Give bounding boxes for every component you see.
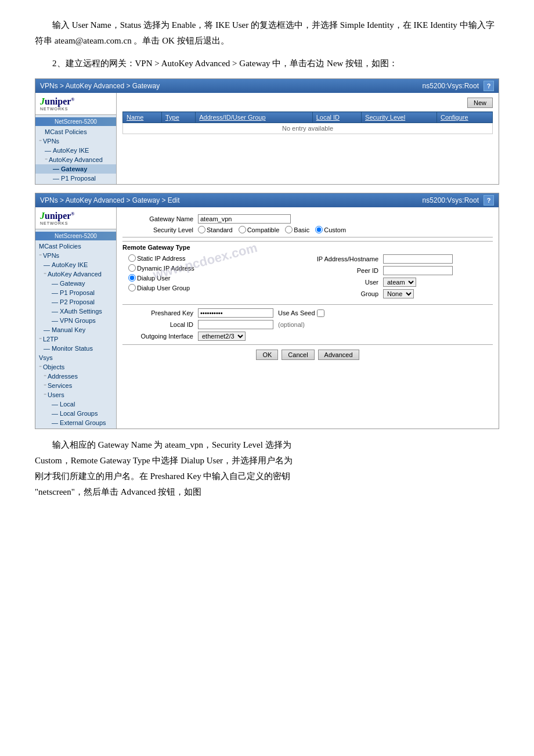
screen2-device-label: NetScreen-5200	[35, 232, 116, 240]
ip-hostname-input[interactable]	[383, 254, 453, 264]
s2-local[interactable]: — Local	[35, 399, 116, 409]
s2-local-groups[interactable]: — Local Groups	[35, 409, 116, 418]
local-id-optional: (optional)	[278, 321, 305, 328]
screen1-body: Juniper® NETWORKS NetScreen-5200 MCast P…	[35, 93, 499, 184]
peer-id-row: Peer ID	[308, 266, 493, 275]
peer-id-label: Peer ID	[308, 267, 383, 274]
screen1-logo: Juniper® NETWORKS	[35, 93, 116, 115]
screen1-new-btn-row: New	[122, 98, 493, 108]
advanced-button[interactable]: Advanced	[318, 350, 359, 360]
screen1-device-label: NetScreen-5200	[35, 117, 116, 126]
s2-autokey-ike[interactable]: — AutoKey IKE	[35, 260, 116, 269]
gt-left-col: Static IP Address Dynamic IP Address Dia…	[122, 252, 308, 301]
s2-users[interactable]: ⁻ Users	[35, 390, 116, 399]
sidebar-item-autokey-ike[interactable]: — AutoKey IKE	[35, 146, 116, 155]
screen2-sidebar-nav: MCast Policies ⁻ VPNs — AutoKey IKE ⁻ Au…	[35, 240, 116, 429]
col-type[interactable]: Type	[161, 112, 195, 123]
outgoing-interface-row: Outgoing Interface ethernet2/3	[122, 332, 493, 341]
s2-objects[interactable]: ⁻ Objects	[35, 362, 116, 372]
peer-id-input[interactable]	[383, 266, 453, 275]
screen2-juniper-logo: Juniper® NETWORKS	[40, 211, 74, 225]
radio-dialup-user-group[interactable]: Dialup User Group	[122, 284, 190, 291]
screen2-logo: Juniper® NETWORKS	[35, 207, 116, 229]
s2-mcast[interactable]: MCast Policies	[35, 242, 116, 251]
group-row: Group None	[308, 289, 493, 298]
group-select[interactable]: None	[383, 289, 414, 298]
s2-monitor[interactable]: — Monitor Status	[35, 344, 116, 353]
screen1-help-button[interactable]: ?	[484, 81, 494, 91]
dynamic-ip-row: Dynamic IP Address	[122, 264, 308, 272]
s2-vpngroups[interactable]: — VPN Groups	[35, 316, 116, 325]
group-label: Group	[308, 290, 383, 297]
s2-p2[interactable]: — P2 Proposal	[35, 297, 116, 307]
juniper-logo: Juniper® NETWORKS	[40, 96, 74, 111]
local-id-input[interactable]	[198, 320, 273, 329]
ok-button[interactable]: OK	[256, 350, 278, 360]
local-id-row: Local ID (optional)	[122, 320, 493, 329]
sidebar-item-gateway[interactable]: — Gateway	[35, 164, 116, 174]
screen2-body: Juniper® NETWORKS NetScreen-5200 MCast P…	[35, 207, 499, 429]
security-level-radios: Standard Compatible Basic Custom	[198, 226, 346, 233]
gateway-name-input[interactable]	[198, 214, 291, 224]
preshared-key-row: Preshared Key Use As Seed	[122, 308, 493, 318]
radio-dynamic-ip[interactable]: Dynamic IP Address	[122, 264, 194, 272]
screen2-path: VPNs > AutoKey Advanced > Gateway > Edit	[40, 196, 179, 204]
s2-external-groups[interactable]: — External Groups	[35, 418, 116, 427]
para3-line2: Custom，Remote Gateway Type 中选择 Dialup Us…	[35, 456, 293, 465]
screen1-topbar: VPNs > AutoKey Advanced > Gateway ns5200…	[35, 79, 499, 93]
radio-static-ip[interactable]: Static IP Address	[122, 254, 186, 262]
screen1-new-button[interactable]: New	[467, 98, 493, 108]
paragraph-3: 输入相应的 Gateway Name 为 ateam_vpn，Security …	[35, 437, 499, 500]
col-name[interactable]: Name	[123, 112, 162, 123]
remote-gateway-type-header: Remote Gateway Type	[122, 241, 493, 251]
sidebar-item-autokey-advanced[interactable]: ⁻ AutoKey Advanced	[35, 155, 116, 164]
screen2-help-button[interactable]: ?	[484, 195, 494, 206]
s2-services[interactable]: ⁻ Services	[35, 381, 116, 390]
screen1-sidebar: Juniper® NETWORKS NetScreen-5200 MCast P…	[35, 93, 117, 184]
col-configure[interactable]: Configure	[436, 112, 492, 123]
screenshot-1: VPNs > AutoKey Advanced > Gateway ns5200…	[35, 78, 499, 185]
cancel-button[interactable]: Cancel	[282, 350, 314, 360]
s2-addresses[interactable]: ⁻ Addresses	[35, 372, 116, 381]
divider-2	[122, 304, 493, 305]
s2-manualkey[interactable]: — Manual Key	[35, 325, 116, 334]
security-level-row: Security Level Standard Compatible Basic	[122, 226, 493, 233]
user-label: User	[308, 279, 383, 286]
sidebar-item-mcast[interactable]: MCast Policies	[35, 127, 116, 136]
s2-p1[interactable]: — P1 Proposal	[35, 288, 116, 297]
col-security-level[interactable]: Security Level	[362, 112, 437, 123]
col-local-id[interactable]: Local ID	[312, 112, 361, 123]
screen1-server: ns5200:Vsys:Root	[423, 82, 479, 90]
s2-l2tp[interactable]: ⁻ L2TP	[35, 334, 116, 344]
col-address[interactable]: Address/ID/User Group	[196, 112, 312, 123]
security-level-label: Security Level	[122, 226, 198, 233]
no-entry-row: No entry available	[123, 123, 493, 134]
radio-compatible[interactable]: Compatible	[239, 226, 280, 233]
screen1-main: New Name Type Address/ID/User Group Loca…	[117, 93, 499, 184]
s2-gateway[interactable]: — Gateway	[35, 279, 116, 288]
static-ip-row: Static IP Address	[122, 254, 308, 262]
preshared-key-input[interactable]	[198, 308, 273, 318]
s2-autokey-advanced[interactable]: ⁻ AutoKey Advanced	[35, 269, 116, 279]
dialup-user-row: Dialup User	[122, 274, 308, 282]
preshared-key-label: Preshared Key	[122, 309, 198, 316]
screen2-topbar: VPNs > AutoKey Advanced > Gateway > Edit…	[35, 193, 499, 207]
dialup-user-group-row: Dialup User Group	[122, 284, 308, 291]
screenshot-2: VPNs > AutoKey Advanced > Gateway > Edit…	[35, 193, 499, 429]
outgoing-interface-select[interactable]: ethernet2/3	[198, 332, 246, 341]
s2-xauth[interactable]: — XAuth Settings	[35, 307, 116, 316]
s2-vsys[interactable]: Vsys	[35, 353, 116, 362]
sidebar-item-p1proposal[interactable]: — P1 Proposal	[35, 174, 116, 183]
use-as-seed-checkbox[interactable]	[317, 309, 324, 317]
user-select[interactable]: ateam	[383, 278, 416, 287]
radio-basic[interactable]: Basic	[285, 226, 309, 233]
outgoing-interface-label: Outgoing Interface	[122, 333, 198, 340]
s2-vpns[interactable]: ⁻ VPNs	[35, 251, 116, 260]
paragraph-1: 输入 User Name，Status 选择为 Enable，将 IKE Use…	[35, 17, 499, 49]
radio-custom[interactable]: Custom	[315, 226, 346, 233]
radio-dialup-user[interactable]: Dialup User	[122, 274, 170, 282]
para3-line4: "netscreen"，然后单击 Advanced 按钮，如图	[35, 487, 201, 496]
gateway-type-section: Static IP Address Dynamic IP Address Dia…	[122, 252, 493, 301]
sidebar-item-vpns[interactable]: ⁻ VPNs	[35, 136, 116, 146]
radio-standard[interactable]: Standard	[198, 226, 233, 233]
